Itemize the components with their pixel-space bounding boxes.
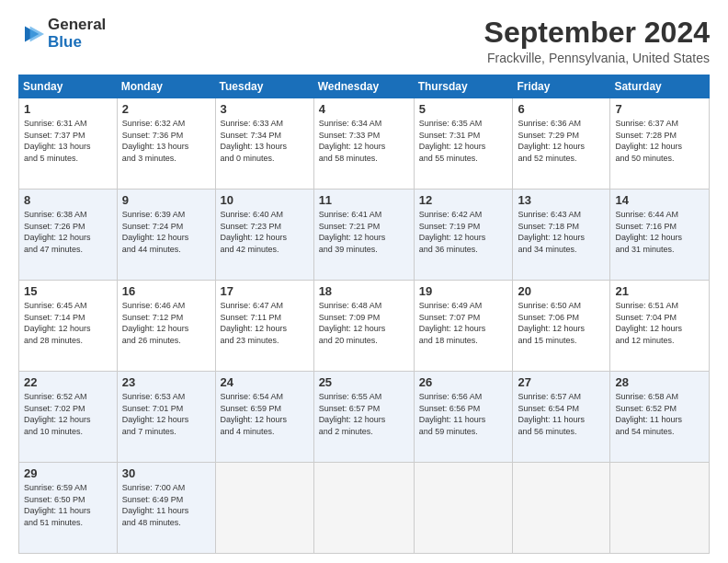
calendar-table: Sunday Monday Tuesday Wednesday Thursday… (18, 75, 710, 554)
day-info: Sunrise: 6:31 AMSunset: 7:37 PMDaylight:… (24, 118, 112, 164)
table-cell: 14Sunrise: 6:44 AMSunset: 7:16 PMDayligh… (610, 190, 710, 281)
col-tuesday: Tuesday (215, 75, 313, 98)
table-cell: 18Sunrise: 6:48 AMSunset: 7:09 PMDayligh… (313, 281, 414, 372)
col-friday: Friday (513, 75, 610, 98)
page: General Blue September 2024 Frackville, … (0, 0, 728, 563)
day-number: 6 (518, 102, 605, 116)
table-cell: 15Sunrise: 6:45 AMSunset: 7:14 PMDayligh… (19, 281, 118, 372)
table-cell: 21Sunrise: 6:51 AMSunset: 7:04 PMDayligh… (610, 281, 710, 372)
logo-icon (18, 21, 44, 47)
table-cell: 19Sunrise: 6:49 AMSunset: 7:07 PMDayligh… (414, 281, 513, 372)
day-number: 15 (24, 284, 112, 298)
calendar-week-row: 15Sunrise: 6:45 AMSunset: 7:14 PMDayligh… (19, 281, 710, 372)
day-info: Sunrise: 6:42 AMSunset: 7:19 PMDaylight:… (419, 209, 508, 255)
day-info: Sunrise: 6:39 AMSunset: 7:24 PMDaylight:… (122, 209, 210, 255)
day-info: Sunrise: 6:35 AMSunset: 7:31 PMDaylight:… (419, 118, 508, 164)
table-cell: 9Sunrise: 6:39 AMSunset: 7:24 PMDaylight… (117, 190, 215, 281)
month-title: September 2024 (484, 17, 710, 49)
day-info: Sunrise: 6:49 AMSunset: 7:07 PMDaylight:… (419, 300, 508, 346)
day-number: 3 (221, 102, 309, 116)
table-cell: 22Sunrise: 6:52 AMSunset: 7:02 PMDayligh… (19, 372, 118, 463)
table-cell: 6Sunrise: 6:36 AMSunset: 7:29 PMDaylight… (513, 98, 610, 190)
day-info: Sunrise: 6:50 AMSunset: 7:06 PMDaylight:… (518, 300, 605, 346)
table-cell (215, 463, 313, 554)
table-cell: 26Sunrise: 6:56 AMSunset: 6:56 PMDayligh… (414, 372, 513, 463)
table-cell: 1Sunrise: 6:31 AMSunset: 7:37 PMDaylight… (19, 98, 118, 190)
day-number: 12 (419, 193, 508, 207)
table-cell: 23Sunrise: 6:53 AMSunset: 7:01 PMDayligh… (117, 372, 215, 463)
table-cell: 29Sunrise: 6:59 AMSunset: 6:50 PMDayligh… (19, 463, 118, 554)
day-number: 13 (518, 193, 605, 207)
calendar-week-row: 8Sunrise: 6:38 AMSunset: 7:26 PMDaylight… (19, 190, 710, 281)
day-number: 30 (122, 466, 210, 480)
day-number: 28 (615, 375, 704, 389)
table-cell: 28Sunrise: 6:58 AMSunset: 6:52 PMDayligh… (610, 372, 710, 463)
day-info: Sunrise: 6:46 AMSunset: 7:12 PMDaylight:… (122, 300, 210, 346)
day-info: Sunrise: 6:34 AMSunset: 7:33 PMDaylight:… (319, 118, 409, 164)
table-cell: 20Sunrise: 6:50 AMSunset: 7:06 PMDayligh… (513, 281, 610, 372)
table-cell: 2Sunrise: 6:32 AMSunset: 7:36 PMDaylight… (117, 98, 215, 190)
day-info: Sunrise: 6:48 AMSunset: 7:09 PMDaylight:… (319, 300, 409, 346)
day-info: Sunrise: 6:57 AMSunset: 6:54 PMDaylight:… (518, 391, 605, 437)
calendar-week-row: 22Sunrise: 6:52 AMSunset: 7:02 PMDayligh… (19, 372, 710, 463)
day-number: 8 (24, 193, 112, 207)
day-number: 1 (24, 102, 112, 116)
table-cell: 13Sunrise: 6:43 AMSunset: 7:18 PMDayligh… (513, 190, 610, 281)
table-cell: 12Sunrise: 6:42 AMSunset: 7:19 PMDayligh… (414, 190, 513, 281)
day-info: Sunrise: 6:53 AMSunset: 7:01 PMDaylight:… (122, 391, 210, 437)
day-info: Sunrise: 6:44 AMSunset: 7:16 PMDaylight:… (615, 209, 704, 255)
day-number: 10 (221, 193, 309, 207)
day-info: Sunrise: 6:36 AMSunset: 7:29 PMDaylight:… (518, 118, 605, 164)
day-info: Sunrise: 6:47 AMSunset: 7:11 PMDaylight:… (221, 300, 309, 346)
day-number: 14 (615, 193, 704, 207)
day-info: Sunrise: 6:59 AMSunset: 6:50 PMDaylight:… (24, 482, 112, 528)
table-cell (513, 463, 610, 554)
day-number: 18 (319, 284, 409, 298)
table-cell: 25Sunrise: 6:55 AMSunset: 6:57 PMDayligh… (313, 372, 414, 463)
day-info: Sunrise: 6:37 AMSunset: 7:28 PMDaylight:… (615, 118, 704, 164)
col-sunday: Sunday (19, 75, 118, 98)
day-info: Sunrise: 6:55 AMSunset: 6:57 PMDaylight:… (319, 391, 409, 437)
day-number: 22 (24, 375, 112, 389)
day-info: Sunrise: 6:41 AMSunset: 7:21 PMDaylight:… (319, 209, 409, 255)
day-number: 25 (319, 375, 409, 389)
day-info: Sunrise: 7:00 AMSunset: 6:49 PMDaylight:… (122, 482, 210, 528)
table-cell: 11Sunrise: 6:41 AMSunset: 7:21 PMDayligh… (313, 190, 414, 281)
col-thursday: Thursday (414, 75, 513, 98)
day-number: 29 (24, 466, 112, 480)
day-number: 16 (122, 284, 210, 298)
day-number: 11 (319, 193, 409, 207)
calendar-week-row: 1Sunrise: 6:31 AMSunset: 7:37 PMDaylight… (19, 98, 710, 190)
table-cell: 3Sunrise: 6:33 AMSunset: 7:34 PMDaylight… (215, 98, 313, 190)
title-block: September 2024 Frackville, Pennsylvania,… (484, 17, 710, 65)
col-monday: Monday (117, 75, 215, 98)
day-number: 23 (122, 375, 210, 389)
logo-line2: Blue (48, 34, 106, 52)
day-info: Sunrise: 6:38 AMSunset: 7:26 PMDaylight:… (24, 209, 112, 255)
table-cell: 4Sunrise: 6:34 AMSunset: 7:33 PMDaylight… (313, 98, 414, 190)
day-info: Sunrise: 6:40 AMSunset: 7:23 PMDaylight:… (221, 209, 309, 255)
day-number: 19 (419, 284, 508, 298)
logo-line1: General (48, 17, 106, 34)
day-number: 21 (615, 284, 704, 298)
day-number: 17 (221, 284, 309, 298)
day-info: Sunrise: 6:54 AMSunset: 6:59 PMDaylight:… (221, 391, 309, 437)
day-info: Sunrise: 6:45 AMSunset: 7:14 PMDaylight:… (24, 300, 112, 346)
table-cell: 27Sunrise: 6:57 AMSunset: 6:54 PMDayligh… (513, 372, 610, 463)
table-cell: 24Sunrise: 6:54 AMSunset: 6:59 PMDayligh… (215, 372, 313, 463)
day-number: 9 (122, 193, 210, 207)
header: General Blue September 2024 Frackville, … (18, 17, 710, 65)
calendar-header-row: Sunday Monday Tuesday Wednesday Thursday… (19, 75, 710, 98)
day-number: 7 (615, 102, 704, 116)
logo: General Blue (18, 17, 106, 51)
table-cell: 16Sunrise: 6:46 AMSunset: 7:12 PMDayligh… (117, 281, 215, 372)
calendar-week-row: 29Sunrise: 6:59 AMSunset: 6:50 PMDayligh… (19, 463, 710, 554)
table-cell (414, 463, 513, 554)
day-info: Sunrise: 6:32 AMSunset: 7:36 PMDaylight:… (122, 118, 210, 164)
table-cell: 10Sunrise: 6:40 AMSunset: 7:23 PMDayligh… (215, 190, 313, 281)
table-cell: 5Sunrise: 6:35 AMSunset: 7:31 PMDaylight… (414, 98, 513, 190)
day-number: 5 (419, 102, 508, 116)
table-cell (610, 463, 710, 554)
day-info: Sunrise: 6:33 AMSunset: 7:34 PMDaylight:… (221, 118, 309, 164)
day-info: Sunrise: 6:58 AMSunset: 6:52 PMDaylight:… (615, 391, 704, 437)
